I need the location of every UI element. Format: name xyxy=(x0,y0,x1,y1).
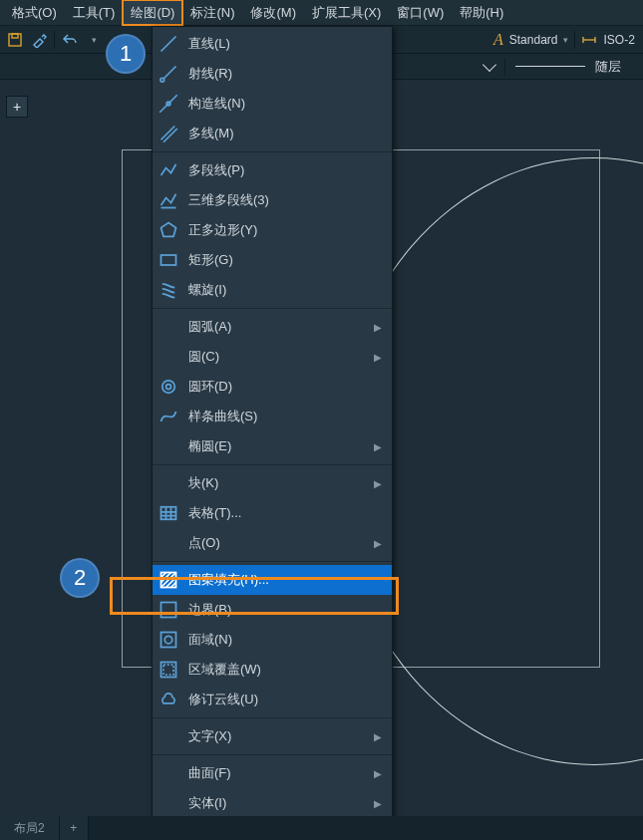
linetype-sample xyxy=(515,66,585,67)
blank-icon xyxy=(159,436,178,456)
menu-draw[interactable]: 绘图(D) xyxy=(123,0,182,25)
menu-item-rectangle[interactable]: 矩形(G) xyxy=(153,245,392,275)
table-icon xyxy=(159,503,178,523)
submenu-arrow-icon: ▶ xyxy=(374,538,382,549)
menu-separator xyxy=(153,464,392,465)
undo-dropdown-icon[interactable]: ▾ xyxy=(85,31,103,49)
dim-style-value: ISO-2 xyxy=(603,33,634,47)
svg-rect-11 xyxy=(161,633,176,648)
menu-bar: 格式(O) 工具(T) 绘图(D) 标注(N) 修改(M) 扩展工具(X) 窗口… xyxy=(0,0,643,26)
donut-icon xyxy=(159,377,178,397)
submenu-arrow-icon: ▶ xyxy=(374,768,382,779)
menu-item-block[interactable]: 块(K)▶ xyxy=(153,468,392,498)
menu-item-revcloud[interactable]: 修订云线(U) xyxy=(153,685,392,714)
menu-dimension[interactable]: 标注(N) xyxy=(182,0,242,25)
text-style-icon: A xyxy=(493,31,503,49)
layout-tabs: 布局2 + xyxy=(0,816,643,840)
layout-tab-add[interactable]: + xyxy=(60,816,89,840)
separator xyxy=(504,58,505,76)
menu-item-pline3d[interactable]: 三维多段线(3) xyxy=(153,185,392,215)
menu-item-point[interactable]: 点(O)▶ xyxy=(153,528,392,558)
layout-tab-2[interactable]: 布局2 xyxy=(0,816,60,840)
menu-tools[interactable]: 工具(T) xyxy=(65,0,124,25)
menu-item-circle[interactable]: 圆(C)▶ xyxy=(153,342,392,372)
hatch-icon xyxy=(159,570,178,590)
revcloud-icon xyxy=(159,690,178,709)
menu-item-helix[interactable]: 螺旋(I) xyxy=(153,275,392,305)
svg-rect-1 xyxy=(12,34,18,38)
submenu-arrow-icon: ▶ xyxy=(374,441,382,452)
chevron-down-icon[interactable] xyxy=(482,57,496,71)
toolbar-separator xyxy=(574,31,575,49)
draw-menu: 直线(L) 射线(R) 构造线(N) 多线(M) 多段线(P) 三维多段线(3)… xyxy=(152,26,393,821)
dim-style-selector[interactable]: ISO-2 xyxy=(581,30,634,49)
menu-separator xyxy=(153,151,392,152)
menu-item-surface[interactable]: 曲面(F)▶ xyxy=(153,758,392,788)
blank-icon xyxy=(159,763,178,783)
menu-item-table[interactable]: 表格(T)... xyxy=(153,498,392,528)
menu-item-text[interactable]: 文字(X)▶ xyxy=(153,721,392,751)
undo-icon[interactable] xyxy=(61,31,79,49)
menu-item-arc[interactable]: 圆弧(A)▶ xyxy=(153,312,392,342)
brush-icon[interactable] xyxy=(30,31,48,49)
blank-icon xyxy=(159,473,178,493)
menu-item-line[interactable]: 直线(L) xyxy=(153,29,392,59)
helix-icon xyxy=(159,280,178,300)
menu-item-solid[interactable]: 实体(I)▶ xyxy=(153,788,392,818)
svg-point-7 xyxy=(166,385,171,390)
menu-item-polygon[interactable]: 正多边形(Y) xyxy=(153,215,392,245)
line-icon xyxy=(159,34,178,54)
xline-icon xyxy=(159,94,178,114)
svg-point-6 xyxy=(162,381,175,394)
menu-item-wipeout[interactable]: 区域覆盖(W) xyxy=(153,655,392,685)
region-icon xyxy=(159,630,178,650)
menu-item-pline[interactable]: 多段线(P) xyxy=(153,155,392,185)
menu-item-mline[interactable]: 多线(M) xyxy=(153,119,392,148)
menu-window[interactable]: 窗口(W) xyxy=(389,0,452,25)
menu-separator xyxy=(153,754,392,755)
toolbar-separator xyxy=(54,31,55,49)
menu-item-region[interactable]: 面域(N) xyxy=(153,625,392,655)
pline3d-icon xyxy=(159,190,178,210)
submenu-arrow-icon: ▶ xyxy=(374,731,382,742)
chevron-down-icon: ▾ xyxy=(563,35,568,45)
layer-label[interactable]: 随层 xyxy=(595,58,621,76)
svg-rect-0 xyxy=(9,34,21,46)
menu-item-ellipse[interactable]: 椭圆(E)▶ xyxy=(153,431,392,461)
boundary-icon xyxy=(159,600,178,620)
svg-rect-10 xyxy=(161,603,176,618)
rect-icon xyxy=(159,250,178,270)
blank-icon xyxy=(159,793,178,813)
menu-item-hatch[interactable]: 图案填充(H)... xyxy=(153,565,392,595)
dim-style-icon xyxy=(581,30,597,49)
menu-item-donut[interactable]: 圆环(D) xyxy=(153,372,392,402)
blank-icon xyxy=(159,726,178,746)
svg-rect-5 xyxy=(161,255,176,265)
mline-icon xyxy=(159,124,178,143)
text-style-selector[interactable]: A Standard ▾ xyxy=(493,31,568,49)
menu-format[interactable]: 格式(O) xyxy=(4,0,65,25)
blank-icon xyxy=(159,533,178,553)
wipeout-icon xyxy=(159,660,178,680)
svg-point-12 xyxy=(164,636,172,644)
menu-item-boundary[interactable]: 边界(B)... xyxy=(153,595,392,625)
menu-express[interactable]: 扩展工具(X) xyxy=(304,0,389,25)
svg-marker-4 xyxy=(161,223,176,237)
svg-rect-8 xyxy=(161,507,176,520)
blank-icon xyxy=(159,347,178,367)
save-icon[interactable] xyxy=(6,31,24,49)
spline-icon xyxy=(159,407,178,426)
add-view-tab[interactable]: + xyxy=(6,96,28,118)
submenu-arrow-icon: ▶ xyxy=(374,798,382,809)
submenu-arrow-icon: ▶ xyxy=(374,478,382,489)
menu-help[interactable]: 帮助(H) xyxy=(452,0,511,25)
text-style-value: Standard xyxy=(509,33,558,47)
pline-icon xyxy=(159,160,178,180)
menu-modify[interactable]: 修改(M) xyxy=(242,0,304,25)
annotation-badge-2: 2 xyxy=(60,558,100,598)
menu-item-spline[interactable]: 样条曲线(S) xyxy=(153,402,392,431)
menu-item-ray[interactable]: 射线(R) xyxy=(153,59,392,89)
menu-item-xline[interactable]: 构造线(N) xyxy=(153,89,392,119)
ray-icon xyxy=(159,64,178,84)
polygon-icon xyxy=(159,220,178,240)
